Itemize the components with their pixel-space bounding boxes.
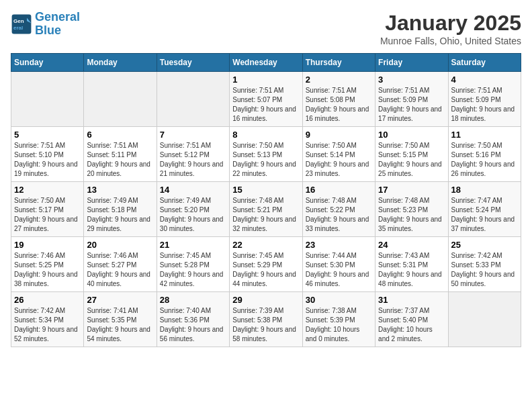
calendar-cell: 25Sunrise: 7:42 AM Sunset: 5:33 PM Dayli… <box>448 237 521 292</box>
calendar-cell: 29Sunrise: 7:39 AM Sunset: 5:38 PM Dayli… <box>230 292 302 347</box>
logo-text: General Blue <box>35 11 80 38</box>
calendar-cell: 4Sunrise: 7:51 AM Sunset: 5:09 PM Daylig… <box>448 72 521 127</box>
day-info: Sunrise: 7:48 AM Sunset: 5:22 PM Dayligh… <box>306 196 372 234</box>
svg-text:Gen: Gen <box>13 18 24 24</box>
calendar-cell: 3Sunrise: 7:51 AM Sunset: 5:09 PM Daylig… <box>375 72 448 127</box>
day-info: Sunrise: 7:51 AM Sunset: 5:12 PM Dayligh… <box>160 141 226 179</box>
calendar-cell: 8Sunrise: 7:50 AM Sunset: 5:13 PM Daylig… <box>230 127 302 182</box>
weekday-header-tuesday: Tuesday <box>157 54 229 72</box>
calendar-cell <box>11 72 84 127</box>
day-number: 10 <box>378 130 445 140</box>
svg-text:eral: eral <box>13 25 23 31</box>
day-number: 12 <box>14 185 81 195</box>
calendar-cell: 16Sunrise: 7:48 AM Sunset: 5:22 PM Dayli… <box>302 182 375 237</box>
calendar-cell: 11Sunrise: 7:50 AM Sunset: 5:16 PM Dayli… <box>448 127 521 182</box>
calendar-cell: 18Sunrise: 7:47 AM Sunset: 5:24 PM Dayli… <box>448 182 521 237</box>
calendar-cell: 24Sunrise: 7:43 AM Sunset: 5:31 PM Dayli… <box>375 237 448 292</box>
day-number: 5 <box>14 130 81 140</box>
calendar-cell: 26Sunrise: 7:42 AM Sunset: 5:34 PM Dayli… <box>11 292 84 347</box>
day-info: Sunrise: 7:44 AM Sunset: 5:30 PM Dayligh… <box>306 251 372 289</box>
day-info: Sunrise: 7:50 AM Sunset: 5:13 PM Dayligh… <box>232 141 299 179</box>
day-number: 13 <box>87 185 153 195</box>
day-number: 18 <box>451 185 518 195</box>
day-info: Sunrise: 7:51 AM Sunset: 5:07 PM Dayligh… <box>232 86 299 124</box>
day-number: 26 <box>14 295 81 305</box>
calendar-cell: 12Sunrise: 7:50 AM Sunset: 5:17 PM Dayli… <box>11 182 84 237</box>
day-info: Sunrise: 7:42 AM Sunset: 5:34 PM Dayligh… <box>14 306 81 344</box>
day-info: Sunrise: 7:51 AM Sunset: 5:10 PM Dayligh… <box>14 141 81 179</box>
day-number: 23 <box>306 240 372 250</box>
calendar-week-row: 1Sunrise: 7:51 AM Sunset: 5:07 PM Daylig… <box>11 72 521 127</box>
day-number: 14 <box>160 185 226 195</box>
weekday-header-sunday: Sunday <box>11 54 84 72</box>
logo-line2: Blue <box>35 24 61 37</box>
day-info: Sunrise: 7:51 AM Sunset: 5:11 PM Dayligh… <box>87 141 153 179</box>
day-number: 2 <box>306 75 372 85</box>
calendar-cell: 15Sunrise: 7:48 AM Sunset: 5:21 PM Dayli… <box>230 182 302 237</box>
day-number: 25 <box>451 240 518 250</box>
day-info: Sunrise: 7:50 AM Sunset: 5:14 PM Dayligh… <box>306 141 372 179</box>
calendar-cell: 2Sunrise: 7:51 AM Sunset: 5:08 PM Daylig… <box>302 72 375 127</box>
calendar-week-row: 12Sunrise: 7:50 AM Sunset: 5:17 PM Dayli… <box>11 182 521 237</box>
day-number: 31 <box>378 295 445 305</box>
calendar-cell: 7Sunrise: 7:51 AM Sunset: 5:12 PM Daylig… <box>157 127 229 182</box>
calendar-cell: 23Sunrise: 7:44 AM Sunset: 5:30 PM Dayli… <box>302 237 375 292</box>
day-number: 3 <box>378 75 445 85</box>
calendar-cell: 22Sunrise: 7:45 AM Sunset: 5:29 PM Dayli… <box>230 237 302 292</box>
day-info: Sunrise: 7:48 AM Sunset: 5:23 PM Dayligh… <box>378 196 445 234</box>
weekday-header-monday: Monday <box>84 54 157 72</box>
calendar-week-row: 19Sunrise: 7:46 AM Sunset: 5:25 PM Dayli… <box>11 237 521 292</box>
calendar-cell: 21Sunrise: 7:45 AM Sunset: 5:28 PM Dayli… <box>157 237 229 292</box>
day-info: Sunrise: 7:51 AM Sunset: 5:08 PM Dayligh… <box>306 86 372 124</box>
day-info: Sunrise: 7:49 AM Sunset: 5:20 PM Dayligh… <box>160 196 226 234</box>
weekday-header-wednesday: Wednesday <box>230 54 302 72</box>
day-number: 19 <box>14 240 81 250</box>
calendar-cell: 13Sunrise: 7:49 AM Sunset: 5:18 PM Dayli… <box>84 182 157 237</box>
calendar-week-row: 26Sunrise: 7:42 AM Sunset: 5:34 PM Dayli… <box>11 292 521 347</box>
day-number: 4 <box>451 75 518 85</box>
day-number: 15 <box>232 185 299 195</box>
day-info: Sunrise: 7:46 AM Sunset: 5:25 PM Dayligh… <box>14 251 81 289</box>
header: Gen eral General Blue January 2025 Munro… <box>11 11 521 46</box>
day-number: 8 <box>232 130 299 140</box>
logo: Gen eral General Blue <box>11 11 80 38</box>
calendar-cell: 20Sunrise: 7:46 AM Sunset: 5:27 PM Dayli… <box>84 237 157 292</box>
calendar-cell: 5Sunrise: 7:51 AM Sunset: 5:10 PM Daylig… <box>11 127 84 182</box>
day-info: Sunrise: 7:51 AM Sunset: 5:09 PM Dayligh… <box>378 86 445 124</box>
calendar-table: SundayMondayTuesdayWednesdayThursdayFrid… <box>11 53 521 347</box>
day-info: Sunrise: 7:43 AM Sunset: 5:31 PM Dayligh… <box>378 251 445 289</box>
day-info: Sunrise: 7:50 AM Sunset: 5:16 PM Dayligh… <box>451 141 518 179</box>
day-number: 7 <box>160 130 226 140</box>
calendar-cell: 14Sunrise: 7:49 AM Sunset: 5:20 PM Dayli… <box>157 182 229 237</box>
calendar-week-row: 5Sunrise: 7:51 AM Sunset: 5:10 PM Daylig… <box>11 127 521 182</box>
weekday-header-saturday: Saturday <box>448 54 521 72</box>
day-number: 6 <box>87 130 153 140</box>
calendar-cell <box>84 72 157 127</box>
day-number: 11 <box>451 130 518 140</box>
calendar-cell <box>157 72 229 127</box>
logo-icon: Gen eral <box>11 13 32 35</box>
calendar-cell: 19Sunrise: 7:46 AM Sunset: 5:25 PM Dayli… <box>11 237 84 292</box>
title-area: January 2025 Munroe Falls, Ohio, United … <box>380 11 521 46</box>
calendar-cell: 28Sunrise: 7:40 AM Sunset: 5:36 PM Dayli… <box>157 292 229 347</box>
calendar-title: January 2025 <box>380 11 521 36</box>
day-info: Sunrise: 7:42 AM Sunset: 5:33 PM Dayligh… <box>451 251 518 289</box>
day-number: 28 <box>160 295 226 305</box>
day-info: Sunrise: 7:45 AM Sunset: 5:28 PM Dayligh… <box>160 251 226 289</box>
calendar-cell <box>448 292 521 347</box>
weekday-header-friday: Friday <box>375 54 448 72</box>
day-number: 24 <box>378 240 445 250</box>
day-info: Sunrise: 7:38 AM Sunset: 5:39 PM Dayligh… <box>306 306 372 344</box>
day-info: Sunrise: 7:41 AM Sunset: 5:35 PM Dayligh… <box>87 306 153 344</box>
day-info: Sunrise: 7:45 AM Sunset: 5:29 PM Dayligh… <box>232 251 299 289</box>
calendar-cell: 10Sunrise: 7:50 AM Sunset: 5:15 PM Dayli… <box>375 127 448 182</box>
day-number: 30 <box>306 295 372 305</box>
day-info: Sunrise: 7:40 AM Sunset: 5:36 PM Dayligh… <box>160 306 226 344</box>
logo-line1: General <box>35 10 80 24</box>
weekday-header-row: SundayMondayTuesdayWednesdayThursdayFrid… <box>11 54 521 72</box>
day-number: 17 <box>378 185 445 195</box>
day-info: Sunrise: 7:48 AM Sunset: 5:21 PM Dayligh… <box>232 196 299 234</box>
calendar-cell: 17Sunrise: 7:48 AM Sunset: 5:23 PM Dayli… <box>375 182 448 237</box>
day-info: Sunrise: 7:37 AM Sunset: 5:40 PM Dayligh… <box>378 306 445 344</box>
day-info: Sunrise: 7:49 AM Sunset: 5:18 PM Dayligh… <box>87 196 153 234</box>
